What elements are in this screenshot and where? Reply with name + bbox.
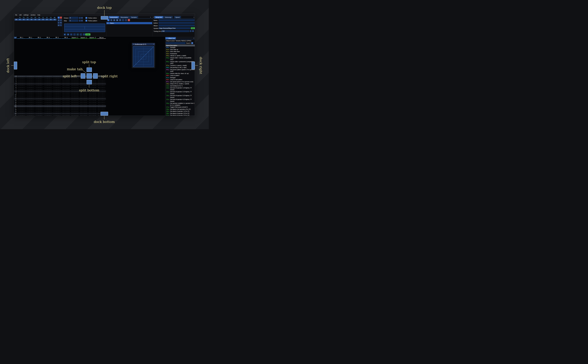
effect-row-10xy[interactable]: 10xySetup LFO (x: enable; y: speed) — [165, 83, 195, 85]
pattern-cell[interactable] — [35, 94, 44, 96]
pattern-row-14[interactable]: 14 — [14, 102, 106, 103]
pattern-row-1[interactable]: 1 — [14, 77, 106, 79]
open-instrument-button[interactable]: ▤ — [113, 19, 115, 21]
pattern-cell[interactable] — [97, 100, 106, 102]
pattern-cell[interactable] — [97, 83, 106, 85]
pattern-cell[interactable] — [79, 96, 88, 98]
effect-row-16xy[interactable]: 16xySet operator multiplier (x: operator… — [165, 102, 195, 106]
pattern-cell[interactable] — [17, 105, 26, 107]
pattern-cell[interactable] — [35, 113, 44, 115]
pattern-cell[interactable] — [17, 115, 26, 116]
pattern-cell[interactable] — [70, 85, 79, 87]
pattern-cell[interactable] — [35, 96, 44, 98]
pattern-cell[interactable] — [53, 85, 61, 87]
pattern-row-19[interactable]: 19 — [14, 111, 106, 113]
pattern-cell[interactable] — [70, 107, 79, 109]
pattern-cell[interactable] — [61, 87, 70, 89]
pattern-cell[interactable] — [88, 102, 97, 103]
pattern-cell[interactable] — [44, 75, 53, 77]
pattern-cell[interactable] — [26, 79, 35, 81]
pattern-cell[interactable] — [17, 77, 26, 79]
octave-increase-button[interactable]: + — [81, 17, 83, 19]
piano-widget[interactable] — [64, 24, 105, 32]
pattern-cell[interactable] — [44, 94, 53, 96]
octave-decrease-button[interactable]: - — [79, 17, 81, 19]
pattern-cell[interactable] — [17, 96, 26, 98]
pattern-cell[interactable] — [53, 94, 61, 96]
pattern-cell[interactable] — [17, 81, 26, 83]
pattern-cell[interactable] — [44, 87, 53, 89]
oscilloscope-titlebar[interactable]: ▼ Oscilloscope (X-Y) — [132, 43, 155, 45]
octave-input[interactable] — [69, 17, 78, 19]
menu-settings[interactable]: settings — [24, 14, 29, 16]
effect-row-02xx[interactable]: 02xxPitch slide down — [165, 51, 195, 53]
order-edit-mode-button[interactable]: ↖ — [60, 24, 62, 26]
pattern-cell[interactable] — [88, 94, 97, 96]
channel-header-fm-3[interactable]: FM 3 — [35, 37, 44, 39]
pattern-cell[interactable] — [88, 96, 97, 98]
pattern-cell[interactable] — [61, 94, 70, 96]
pattern-cell[interactable] — [70, 94, 79, 96]
menu-window[interactable]: window — [31, 14, 36, 16]
pattern-cell[interactable] — [79, 92, 88, 94]
pattern-cell[interactable] — [35, 92, 44, 94]
pattern-cell[interactable] — [17, 109, 26, 111]
pattern-cell[interactable] — [70, 102, 79, 103]
pattern-cell[interactable] — [53, 105, 61, 107]
pattern-cell[interactable] — [79, 102, 88, 103]
pattern-cell[interactable] — [53, 79, 61, 81]
pattern-cell[interactable] — [61, 109, 70, 111]
pattern-cell[interactable] — [70, 113, 79, 115]
remove-order-button[interactable]: − — [60, 17, 62, 19]
effect-row-01xx[interactable]: 01xxPitch slide up — [165, 49, 195, 51]
tab-instruments[interactable]: Instruments — [109, 16, 119, 18]
pattern-cell[interactable] — [88, 109, 97, 111]
add-order-button[interactable]: + — [58, 17, 60, 19]
collapse-icon[interactable]: ▼ — [153, 17, 154, 18]
split-target-right[interactable] — [93, 73, 98, 79]
tab-subsongs[interactable]: Subsongs — [164, 16, 173, 18]
pattern-cell[interactable] — [17, 103, 26, 105]
pattern-cell[interactable] — [35, 79, 44, 81]
pattern-cell[interactable] — [61, 102, 70, 103]
split-target-bottom[interactable] — [86, 80, 92, 84]
instrument-down-button[interactable]: ↓ — [125, 19, 127, 21]
pattern-cell[interactable] — [61, 98, 70, 100]
effect-row-13xx[interactable]: 13xxSet level of operator 2 (0 highest, … — [165, 91, 195, 95]
pattern-cell[interactable] — [61, 107, 70, 109]
pattern-cell[interactable] — [88, 105, 97, 107]
dock-target-bottom[interactable] — [100, 112, 108, 116]
pattern-cell[interactable] — [70, 115, 79, 116]
collapse-icon[interactable]: ▼ — [133, 44, 134, 45]
tab-effect-list[interactable]: ▼ Effect List — [165, 37, 176, 39]
pattern-cell[interactable] — [53, 90, 61, 92]
pattern-cell[interactable] — [26, 89, 35, 90]
pattern-cell[interactable] — [35, 105, 44, 107]
pattern-cell[interactable] — [79, 94, 88, 96]
tab-wavetables[interactable]: Wavetables — [119, 16, 129, 18]
pattern-cell[interactable] — [26, 105, 35, 107]
duplicate-order-button[interactable]: ⧉ — [58, 19, 60, 21]
pattern-cell[interactable] — [35, 111, 44, 113]
pattern-cell[interactable] — [53, 96, 61, 98]
effect-row-0Bxx[interactable]: 0BxxJump to pattern — [165, 74, 195, 77]
pattern-cell[interactable] — [44, 100, 53, 102]
pattern-cell[interactable] — [17, 102, 26, 103]
move-cursor-down-button[interactable]: ↓ — [73, 33, 76, 36]
pattern-cell[interactable] — [35, 83, 44, 85]
pattern-row-17[interactable]: 17 — [14, 107, 106, 109]
record-button[interactable]: ● — [77, 33, 79, 36]
pattern-cell[interactable] — [53, 98, 61, 100]
pattern-cell[interactable] — [70, 89, 79, 90]
effect-row-09xy[interactable]: 09xySet groove pattern (speed 1 if no gr… — [165, 69, 195, 72]
order-value[interactable]: 00 — [22, 19, 26, 20]
pattern-cell[interactable] — [26, 83, 35, 85]
step-one-row-button[interactable]: ↦ — [70, 33, 73, 36]
close-icon[interactable]: × — [150, 17, 151, 18]
pattern-cell[interactable] — [17, 90, 26, 92]
effect-row-12xx[interactable]: 12xxSet level of operator 1 (0 highest, … — [165, 87, 195, 91]
channel-header-fm-4[interactable]: FM 4 — [44, 37, 53, 39]
pattern-row-15[interactable]: 15 — [14, 103, 106, 105]
pattern-cell[interactable] — [79, 109, 88, 111]
pattern-cell[interactable] — [26, 100, 35, 102]
